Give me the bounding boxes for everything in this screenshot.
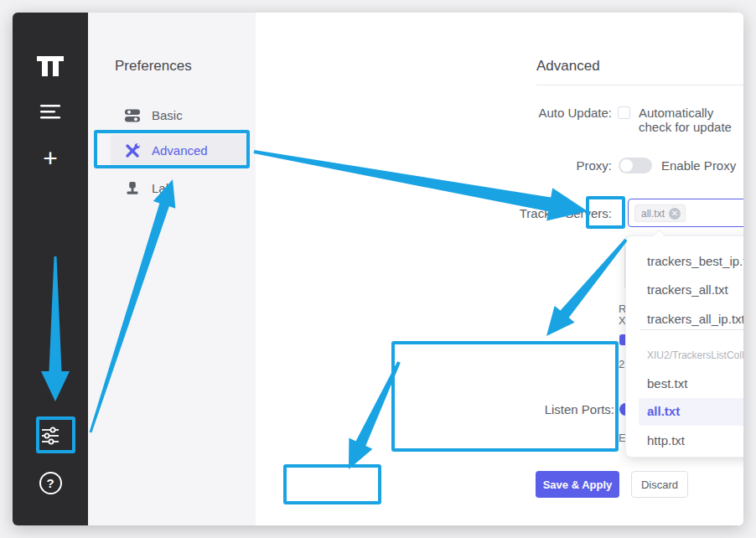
proxy-toggle[interactable] bbox=[619, 158, 652, 173]
nav-item-label: Advanced bbox=[152, 143, 208, 158]
app-sidebar: + ? bbox=[13, 13, 88, 525]
dropdown-option-selected[interactable]: all.txt ✓ bbox=[639, 398, 743, 426]
desktop: + ? Preferences bbox=[0, 0, 756, 538]
listen-ports-label: Listen Ports: bbox=[448, 402, 614, 416]
page-title: Advanced bbox=[536, 58, 600, 75]
clipped-text-fragment: 2 bbox=[619, 358, 624, 370]
nav-item-advanced[interactable]: Advanced bbox=[111, 135, 247, 166]
tracker-servers-label: Tracker Servers: bbox=[440, 206, 612, 220]
dropdown-divider bbox=[639, 329, 743, 330]
selected-tracker-tag: all.txt ✕ bbox=[634, 204, 686, 222]
nav-item-label: Lab bbox=[152, 181, 173, 195]
save-apply-button[interactable]: Save & Apply bbox=[536, 471, 619, 498]
proxy-label: Proxy: bbox=[440, 158, 612, 173]
auto-update-checkbox[interactable] bbox=[618, 106, 630, 119]
help-icon[interactable]: ? bbox=[13, 470, 88, 495]
title-divider bbox=[536, 85, 743, 85]
motrix-logo-icon bbox=[13, 49, 88, 83]
tag-remove-icon[interactable]: ✕ bbox=[669, 208, 681, 220]
settings-main: ✕ Advanced Auto Update: Automatically ch… bbox=[256, 13, 743, 525]
preferences-panel: Preferences Basic bbox=[88, 13, 256, 525]
dropdown-option[interactable]: trackers_best_ip.txt bbox=[626, 247, 743, 275]
motrix-logo-glyph bbox=[36, 56, 65, 76]
app-window: + ? Preferences bbox=[13, 13, 743, 525]
dropdown-group-label: XIU2/TrackersListCollection bbox=[647, 349, 743, 361]
tracker-select-dropdown: trackers_best_ip.txt trackers_all.txt tr… bbox=[625, 235, 743, 458]
tracker-servers-select[interactable]: all.txt ✕ bbox=[628, 199, 743, 227]
dropdown-option[interactable]: trackers_all.txt bbox=[626, 276, 743, 303]
basic-icon bbox=[124, 107, 141, 124]
nav-item-basic[interactable]: Basic bbox=[111, 100, 247, 131]
nav-item-label: Basic bbox=[152, 108, 183, 122]
preferences-icon[interactable] bbox=[13, 422, 88, 450]
add-task-icon[interactable]: + bbox=[13, 145, 88, 172]
preferences-title: Preferences bbox=[115, 58, 192, 75]
dropdown-caret bbox=[653, 230, 666, 243]
auto-update-checkbox-label: Automatically check for update bbox=[639, 106, 743, 134]
discard-button[interactable]: Discard bbox=[631, 471, 688, 498]
nav-item-lab[interactable]: Lab bbox=[111, 173, 247, 204]
task-list-icon[interactable] bbox=[13, 98, 88, 125]
proxy-toggle-label: Enable Proxy bbox=[661, 158, 736, 173]
dropdown-option[interactable]: best.txt bbox=[626, 370, 743, 397]
auto-update-label: Auto Update: bbox=[440, 106, 612, 120]
lab-icon bbox=[124, 180, 141, 197]
dropdown-option[interactable]: http.txt bbox=[626, 427, 743, 454]
advanced-tools-icon bbox=[124, 142, 141, 159]
